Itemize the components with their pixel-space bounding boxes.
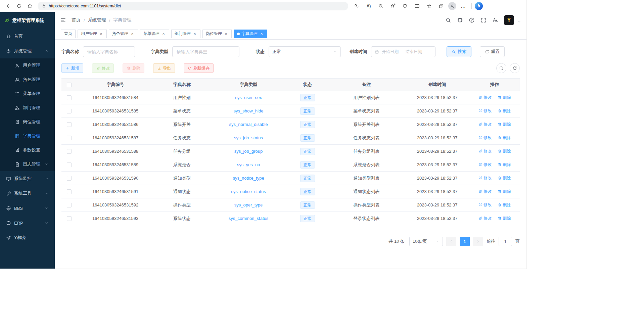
row-delete-button[interactable]: 删除: [498, 122, 511, 127]
dict-type-link[interactable]: sys_notice_status: [231, 189, 266, 194]
row-checkbox[interactable]: [67, 189, 72, 194]
dict-type-link[interactable]: sys_job_group: [234, 149, 263, 154]
row-checkbox[interactable]: [67, 122, 72, 127]
fullscreen-icon[interactable]: [480, 17, 487, 23]
sidebar-item-log-mgmt[interactable]: 日志管理: [0, 157, 55, 171]
row-edit-button[interactable]: 修改: [478, 135, 492, 141]
tab-menu-mgmt[interactable]: 菜单管理×: [140, 30, 169, 38]
refresh-table-button[interactable]: [510, 63, 520, 73]
read-aloud-icon[interactable]: A): [364, 1, 374, 11]
delete-button[interactable]: 删除: [123, 63, 144, 73]
page-size-select[interactable]: 10条/页: [409, 237, 443, 246]
browser-home-button[interactable]: [25, 1, 35, 11]
row-edit-button[interactable]: 修改: [478, 162, 492, 168]
tab-close-icon[interactable]: ×: [192, 32, 197, 36]
row-edit-button[interactable]: 修改: [478, 148, 492, 154]
tab-close-icon[interactable]: ×: [130, 32, 135, 36]
row-edit-button[interactable]: 修改: [478, 95, 492, 100]
row-checkbox[interactable]: [67, 203, 72, 207]
row-delete-button[interactable]: 删除: [498, 189, 511, 194]
sidebar-item-system-monitor[interactable]: 系统监控: [0, 171, 55, 186]
row-delete-button[interactable]: 删除: [498, 95, 511, 100]
user-avatar[interactable]: Y: [504, 15, 514, 25]
tab-user-mgmt[interactable]: 用户管理×: [78, 30, 107, 38]
sidebar-item-system-tools[interactable]: 系统工具: [0, 186, 55, 201]
row-delete-button[interactable]: 删除: [498, 175, 511, 181]
sidebar-item-post-mgmt[interactable]: 岗位管理: [0, 115, 55, 129]
dict-type-input[interactable]: [172, 46, 239, 57]
favorites-add-icon[interactable]: [388, 1, 398, 11]
sidebar-item-home[interactable]: 首页: [0, 29, 55, 44]
password-key-icon[interactable]: [352, 1, 362, 11]
search-button[interactable]: 搜索: [447, 46, 471, 57]
sidebar-item-dept-mgmt[interactable]: 部门管理: [0, 101, 55, 115]
browser-back-button[interactable]: [3, 1, 13, 11]
row-delete-button[interactable]: 删除: [498, 135, 511, 141]
select-all-checkbox[interactable]: [67, 83, 72, 87]
breadcrumb-item-system[interactable]: 系统管理: [88, 17, 106, 23]
profile-avatar[interactable]: [448, 2, 456, 10]
sidebar-item-system-mgmt[interactable]: 系统管理: [0, 44, 55, 58]
row-edit-button[interactable]: 修改: [478, 108, 492, 114]
tab-close-icon[interactable]: ×: [259, 32, 264, 36]
row-delete-button[interactable]: 删除: [498, 148, 511, 154]
row-checkbox[interactable]: [67, 109, 72, 113]
breadcrumb-item-home[interactable]: 首页: [72, 17, 81, 23]
row-edit-button[interactable]: 修改: [478, 189, 492, 194]
row-delete-button[interactable]: 删除: [498, 108, 511, 114]
collections-icon[interactable]: [436, 1, 446, 11]
add-button[interactable]: 新增: [61, 63, 83, 73]
sidebar-item-bbs[interactable]: BBS: [0, 201, 55, 216]
github-icon[interactable]: [457, 17, 463, 23]
dict-type-link[interactable]: sys_show_hide: [234, 108, 264, 113]
tab-role-mgmt[interactable]: 角色管理×: [109, 30, 138, 38]
row-checkbox[interactable]: [67, 216, 72, 221]
row-checkbox[interactable]: [67, 95, 72, 100]
bing-icon[interactable]: b: [475, 2, 483, 10]
split-screen-icon[interactable]: [412, 1, 422, 11]
sidebar-toggle-button[interactable]: [60, 17, 66, 23]
zoom-icon[interactable]: [376, 1, 386, 11]
sidebar-item-dict-mgmt[interactable]: 字典管理: [0, 129, 55, 143]
address-bar[interactable]: https://ccnetcore.com:1101/system/dict: [38, 2, 348, 10]
page-1-button[interactable]: 1: [460, 237, 470, 246]
tab-close-icon[interactable]: ×: [161, 32, 166, 36]
goto-page-input[interactable]: [499, 237, 512, 246]
tab-close-icon[interactable]: ×: [224, 32, 228, 36]
dict-type-link[interactable]: sys_user_sex: [235, 95, 262, 100]
dict-type-link[interactable]: sys_common_status: [229, 216, 269, 221]
help-icon[interactable]: [469, 17, 475, 23]
next-page-button[interactable]: [473, 237, 483, 246]
dict-type-link[interactable]: sys_yes_no: [237, 162, 260, 167]
browser-refresh-button[interactable]: [14, 1, 24, 11]
search-icon[interactable]: [445, 17, 451, 23]
status-select[interactable]: 正常: [269, 46, 341, 57]
more-options-icon[interactable]: …: [458, 1, 468, 11]
sidebar-item-yi-framework[interactable]: Yi框架: [0, 230, 55, 245]
sidebar-item-menu-mgmt[interactable]: 菜单管理: [0, 87, 55, 101]
row-edit-button[interactable]: 修改: [478, 216, 492, 221]
dict-type-link[interactable]: sys_oper_type: [234, 202, 263, 207]
browser-essentials-icon[interactable]: [400, 1, 410, 11]
row-edit-button[interactable]: 修改: [478, 202, 492, 208]
row-checkbox[interactable]: [67, 136, 72, 140]
sidebar-item-param-settings[interactable]: 参数设置: [0, 143, 55, 157]
row-edit-button[interactable]: 修改: [478, 175, 492, 181]
tab-dept-mgmt[interactable]: 部门管理×: [171, 30, 200, 38]
tab-post-mgmt[interactable]: 岗位管理×: [202, 30, 232, 38]
favorites-icon[interactable]: [424, 1, 434, 11]
row-delete-button[interactable]: 删除: [498, 216, 511, 221]
row-checkbox[interactable]: [67, 162, 72, 167]
font-size-icon[interactable]: [492, 17, 498, 23]
export-button[interactable]: 导出: [153, 63, 175, 73]
toggle-search-button[interactable]: [496, 63, 506, 73]
tab-close-icon[interactable]: ×: [99, 32, 103, 36]
refresh-cache-button[interactable]: 刷新缓存: [184, 63, 214, 73]
reset-button[interactable]: 重置: [480, 46, 505, 57]
sidebar-item-role-mgmt[interactable]: 角色管理: [0, 73, 55, 87]
edit-button[interactable]: 修改: [92, 63, 114, 73]
dict-type-link[interactable]: sys_job_status: [234, 135, 263, 140]
row-checkbox[interactable]: [67, 176, 72, 181]
row-delete-button[interactable]: 删除: [498, 202, 511, 208]
date-range-picker[interactable]: 开始日期 - 结束日期: [371, 46, 435, 57]
